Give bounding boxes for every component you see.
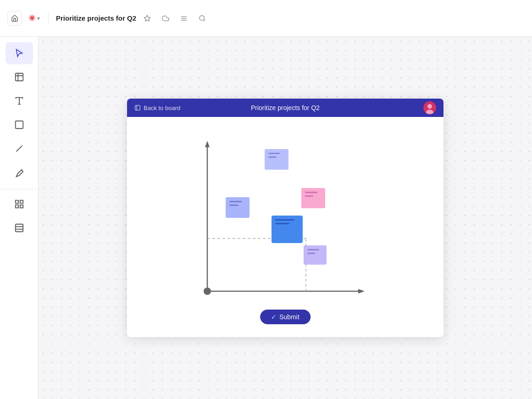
svg-rect-16 bbox=[15, 205, 18, 208]
canvas-frame: Back to board Prioritize projects for Q2 bbox=[127, 99, 443, 337]
sticky-note-3[interactable] bbox=[301, 188, 325, 208]
svg-line-5 bbox=[204, 20, 205, 21]
topbar: ✳ ▾ Prioritize projects for Q2 bbox=[0, 0, 532, 37]
svg-point-24 bbox=[427, 104, 432, 109]
svg-marker-29 bbox=[358, 289, 365, 294]
back-to-board-label: Back to board bbox=[144, 105, 180, 111]
logo-button[interactable]: ✳ ▾ bbox=[26, 11, 43, 25]
frame-tool[interactable] bbox=[6, 66, 33, 88]
sticky-note-2[interactable] bbox=[226, 197, 249, 218]
sticky-note-main[interactable] bbox=[272, 216, 303, 243]
menu-button[interactable] bbox=[177, 11, 191, 26]
logo-icon: ✳ bbox=[28, 13, 35, 23]
line-tool[interactable] bbox=[6, 138, 33, 160]
rect-tool[interactable] bbox=[6, 114, 33, 136]
layout-tool[interactable] bbox=[6, 217, 33, 239]
cloud-button[interactable] bbox=[158, 11, 173, 26]
text-tool[interactable] bbox=[6, 90, 33, 112]
svg-point-4 bbox=[200, 16, 205, 21]
pen-tool[interactable] bbox=[6, 161, 33, 183]
main-canvas: Back to board Prioritize projects for Q2 bbox=[39, 37, 532, 399]
svg-rect-15 bbox=[20, 200, 22, 203]
sidebar bbox=[0, 37, 39, 399]
submit-check-icon: ✓ bbox=[271, 313, 277, 321]
svg-marker-27 bbox=[205, 141, 210, 147]
select-tool[interactable] bbox=[6, 42, 33, 64]
canvas-title: Prioritize projects for Q2 bbox=[251, 104, 320, 111]
extras-group bbox=[0, 189, 38, 239]
svg-rect-6 bbox=[15, 73, 23, 81]
svg-rect-18 bbox=[15, 224, 23, 232]
search-button[interactable] bbox=[195, 11, 210, 26]
star-button[interactable] bbox=[140, 11, 155, 26]
document-title: Prioritize projects for Q2 bbox=[56, 14, 136, 22]
user-avatar bbox=[423, 101, 436, 114]
back-to-board-button[interactable]: Back to board bbox=[134, 105, 180, 111]
canvas-body: ✓ Submit bbox=[127, 117, 443, 337]
submit-label: Submit bbox=[279, 313, 299, 321]
grid-tool[interactable] bbox=[6, 193, 33, 215]
svg-line-12 bbox=[16, 146, 22, 152]
svg-rect-21 bbox=[135, 105, 140, 111]
logo-chevron-icon: ▾ bbox=[37, 15, 40, 22]
topbar-divider bbox=[48, 11, 49, 25]
svg-rect-17 bbox=[20, 205, 22, 208]
svg-rect-14 bbox=[15, 200, 18, 203]
svg-point-30 bbox=[204, 288, 211, 295]
sticky-note-5[interactable] bbox=[304, 245, 327, 265]
svg-rect-11 bbox=[15, 121, 23, 129]
home-button[interactable] bbox=[7, 11, 22, 26]
canvas-header: Back to board Prioritize projects for Q2 bbox=[127, 99, 443, 117]
svg-line-13 bbox=[21, 170, 22, 171]
svg-marker-0 bbox=[144, 15, 150, 21]
submit-button[interactable]: ✓ Submit bbox=[260, 310, 310, 324]
sticky-note-1[interactable] bbox=[265, 149, 288, 170]
tools-group bbox=[0, 42, 38, 183]
